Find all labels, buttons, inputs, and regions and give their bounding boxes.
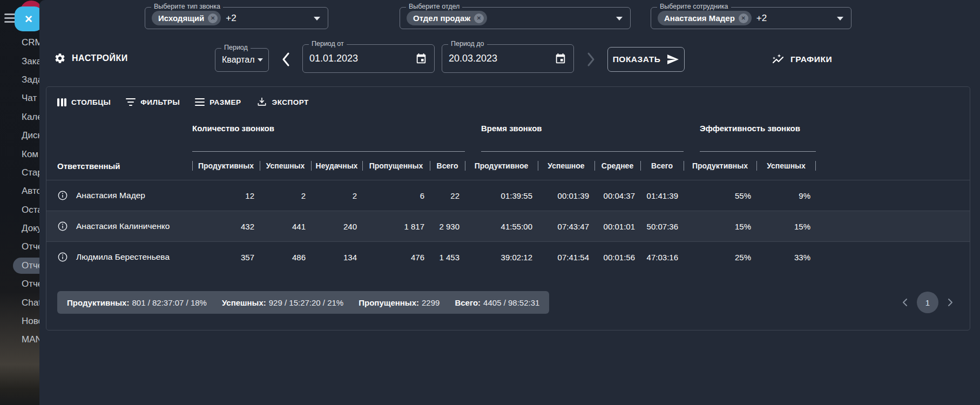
chip-remove-icon[interactable]: ✕ [739, 14, 748, 23]
column-header[interactable]: Среднее [594, 161, 640, 170]
group-call-efficiency: Эффективность звонков [700, 124, 816, 152]
summary-productive: Продуктивных:801 / 82:37:07 / 18% [67, 298, 207, 307]
table-cell: 47:03:16 [640, 253, 684, 262]
sidebar-item[interactable]: Ново [0, 312, 39, 330]
export-button[interactable]: ЭКСПОРТ [256, 97, 309, 107]
summary-missed: Пропущенных:2299 [359, 298, 440, 307]
page-next-button[interactable] [947, 298, 954, 307]
period-prev-button[interactable] [280, 51, 292, 68]
column-header[interactable]: Пропущенных [362, 161, 430, 170]
table-cell: 01:39:55 [465, 191, 538, 200]
size-button[interactable]: РАЗМЕР [195, 98, 241, 106]
sidebar-item[interactable]: Ком [0, 145, 39, 163]
column-groups: Количество звонков Время звонков Эффекти… [46, 124, 970, 152]
filters-button[interactable]: ФИЛЬТРЫ [126, 98, 180, 106]
settings-button[interactable]: НАСТРОЙКИ [54, 52, 128, 64]
page-prev-button[interactable] [902, 298, 908, 307]
close-panel-button[interactable]: ✕ [15, 6, 39, 31]
table-cell: 486 [260, 253, 311, 262]
period-from-input[interactable]: Период от 01.01.2023 [302, 44, 435, 73]
charts-button[interactable]: ГРАФИКИ [771, 53, 832, 66]
column-header[interactable]: Продуктивных [192, 161, 260, 170]
table-cell: 1 817 [362, 222, 430, 231]
column-header[interactable]: Всего [640, 161, 684, 170]
sidebar-item[interactable]: Стар [0, 164, 39, 182]
chip-extra-count: +2 [226, 13, 236, 24]
chevron-down-icon [314, 17, 320, 21]
responsible-name: Анастасия Калиниченко [76, 221, 170, 231]
table-cell: 22 [430, 191, 465, 200]
table-cell: 33% [756, 253, 816, 262]
page-number-button[interactable]: 1 [917, 292, 938, 313]
column-header[interactable]: Успешных [260, 161, 311, 170]
sidebar-item[interactable]: MAN [0, 330, 39, 349]
sidebar-item[interactable]: Зака [0, 52, 39, 70]
table-cell: 2 [260, 191, 311, 200]
close-icon: ✕ [24, 13, 33, 25]
table-cell: 1 453 [430, 253, 465, 262]
chip-remove-icon[interactable]: ✕ [208, 14, 218, 23]
sidebar-menu: CRM Зака Зада Чат Кале Диск Ком Стар Авт… [0, 33, 39, 349]
chip-extra-count: +2 [756, 13, 767, 24]
department-label: Выберите отдел [406, 3, 462, 10]
column-header[interactable]: Продуктивных [684, 161, 756, 170]
sidebar-item[interactable]: Авто [0, 182, 39, 200]
table-cell: 15% [684, 222, 756, 231]
sidebar-item[interactable]: CRM [0, 33, 39, 52]
column-header-responsible: Ответственный [57, 161, 192, 171]
period-next-button[interactable] [585, 51, 597, 68]
column-header[interactable]: Успешных [756, 161, 816, 170]
call-type-select[interactable]: Выберите тип звонка Исходящий ✕ +2 [145, 7, 328, 29]
sidebar-item[interactable]: Отче [0, 238, 39, 256]
sidebar-item[interactable]: Доку [0, 219, 39, 238]
sidebar-item[interactable]: Оста [0, 201, 39, 219]
sidebar-item-active[interactable]: Отче [0, 256, 39, 275]
app-window: ✕ CRM Зака Зада Чат Кале Диск Ком Стар А… [0, 0, 980, 405]
card-footer: Продуктивных:801 / 82:37:07 / 18% Успешн… [57, 291, 959, 314]
chevron-down-icon [616, 17, 623, 21]
table-cell: 441 [260, 222, 311, 231]
info-icon[interactable] [57, 252, 68, 262]
table-row-highlighted[interactable]: Анастасия Калиниченко 432 441 240 1 817 … [46, 211, 970, 241]
send-icon [666, 53, 679, 66]
show-button[interactable]: ПОКАЗАТЬ [607, 47, 685, 72]
column-header[interactable]: Неудачных [311, 161, 362, 170]
column-header[interactable]: Успешное [538, 161, 594, 170]
summary-bar: Продуктивных:801 / 82:37:07 / 18% Успешн… [57, 291, 549, 314]
table-cell: 00:04:37 [594, 191, 640, 200]
table-row[interactable]: Людмила Берестеньева 357 486 134 476 1 4… [46, 241, 970, 272]
period-to-input[interactable]: Период до 20.03.2023 [442, 44, 574, 73]
columns-icon [57, 98, 66, 106]
calendar-icon[interactable] [415, 53, 427, 65]
info-icon[interactable] [57, 221, 68, 232]
info-icon[interactable] [57, 190, 68, 201]
table-cell: 00:01:39 [538, 191, 594, 200]
pagination: 1 [902, 292, 954, 313]
column-header[interactable]: Продуктивное [465, 161, 538, 170]
summary-successful: Успешных:929 / 15:27:20 / 21% [222, 298, 343, 307]
table-row[interactable]: Анастасия Мадер 12 2 2 6 22 01:39:55 00:… [46, 180, 970, 211]
table-cell: 476 [362, 253, 430, 262]
table-cell: 12 [192, 191, 260, 200]
sidebar-item[interactable]: Чат [0, 89, 39, 107]
table-cell: 00:01:56 [594, 253, 640, 262]
period-select[interactable]: Период Квартал [215, 48, 269, 72]
calendar-icon[interactable] [555, 53, 566, 65]
department-select[interactable]: Выберите отдел Отдел продаж ✕ [400, 7, 631, 29]
employee-chip[interactable]: Анастасия Мадер ✕ [658, 11, 752, 25]
column-headers: Ответственный Продуктивных Успешных Неуд… [46, 152, 970, 180]
chip-remove-icon[interactable]: ✕ [474, 14, 484, 23]
call-type-chip[interactable]: Исходящий ✕ [152, 11, 221, 25]
call-type-label: Выберите тип звонка [151, 3, 223, 10]
sidebar-item[interactable]: Зада [0, 71, 39, 89]
department-chip[interactable]: Отдел продаж ✕ [407, 11, 487, 25]
columns-button[interactable]: СТОЛБЦЫ [57, 98, 111, 106]
sidebar-item[interactable]: Chat [0, 293, 39, 312]
chevron-down-icon [258, 58, 263, 62]
sidebar-item[interactable]: Кале [0, 108, 39, 126]
table-cell: 6 [362, 191, 430, 200]
sidebar-item[interactable]: Диск [0, 126, 39, 145]
employee-select[interactable]: Выберите сотрудника Анастасия Мадер ✕ +2 [651, 7, 851, 29]
column-header[interactable]: Всего [430, 161, 465, 170]
sidebar-item[interactable]: Отче [0, 275, 39, 293]
